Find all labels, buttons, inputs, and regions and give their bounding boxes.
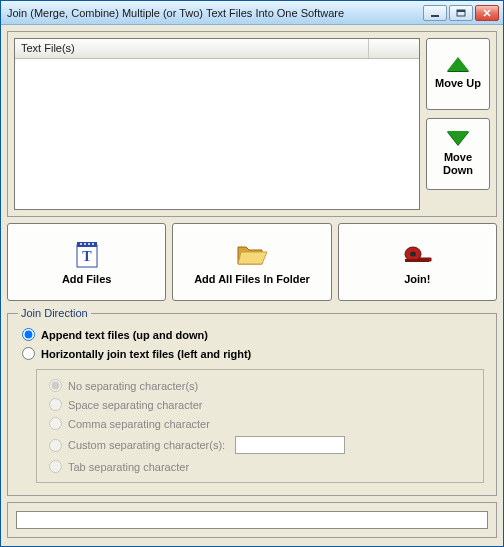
option-append-radio[interactable] <box>22 328 35 341</box>
titlebar[interactable]: Join (Merge, Combine) Multiple (or Two) … <box>1 1 503 25</box>
sep-tab-label: Tab separating character <box>68 461 189 473</box>
minimize-button[interactable] <box>423 5 447 21</box>
svg-rect-2 <box>457 10 465 12</box>
app-window: Join (Merge, Combine) Multiple (or Two) … <box>0 0 504 547</box>
option-horizontal-label: Horizontally join text files (left and r… <box>41 348 251 360</box>
join-button[interactable]: Join! <box>338 223 497 301</box>
sep-space[interactable]: Space separating character <box>45 395 475 414</box>
sep-custom-input[interactable] <box>235 436 345 454</box>
add-files-label: Add Files <box>62 273 112 286</box>
svg-point-7 <box>80 243 82 245</box>
sep-none-label: No separating character(s) <box>68 380 198 392</box>
join-direction-group: Join Direction Append text files (up and… <box>7 307 497 496</box>
notepad-icon: T <box>73 238 101 270</box>
sep-custom-label: Custom separating character(s): <box>68 439 225 451</box>
option-append[interactable]: Append text files (up and down) <box>18 325 486 344</box>
close-button[interactable] <box>475 5 499 21</box>
move-up-label: Move Up <box>435 77 481 90</box>
svg-rect-0 <box>431 15 439 17</box>
add-folder-button[interactable]: Add All Files In Folder <box>172 223 331 301</box>
svg-text:T: T <box>82 249 92 264</box>
folder-open-icon <box>235 238 269 270</box>
arrow-up-icon <box>447 57 469 71</box>
add-files-button[interactable]: T Add Files <box>7 223 166 301</box>
svg-rect-6 <box>77 242 97 247</box>
join-label: Join! <box>404 273 430 286</box>
progress-panel <box>7 502 497 538</box>
window-controls <box>423 5 499 21</box>
sep-custom-radio[interactable] <box>49 439 62 452</box>
file-list[interactable]: Text File(s) <box>14 38 420 210</box>
move-down-button[interactable]: Move Down <box>426 118 490 190</box>
add-folder-label: Add All Files In Folder <box>194 273 310 286</box>
svg-point-8 <box>84 243 86 245</box>
svg-point-13 <box>410 251 416 256</box>
sep-tab-radio[interactable] <box>49 460 62 473</box>
progress-bar <box>16 511 488 529</box>
move-up-button[interactable]: Move Up <box>426 38 490 110</box>
arrow-down-icon <box>447 131 469 145</box>
move-down-label: Move Down <box>429 151 487 177</box>
sep-space-label: Space separating character <box>68 399 203 411</box>
sep-comma-radio[interactable] <box>49 417 62 430</box>
sep-none-radio[interactable] <box>49 379 62 392</box>
sep-none[interactable]: No separating character(s) <box>45 376 475 395</box>
sep-comma[interactable]: Comma separating character <box>45 414 475 433</box>
option-append-label: Append text files (up and down) <box>41 329 208 341</box>
file-list-col-stub[interactable] <box>369 39 419 58</box>
svg-point-10 <box>92 243 94 245</box>
file-panel: Text File(s) Move Up Move Down <box>7 31 497 217</box>
file-list-body[interactable] <box>15 59 419 209</box>
maximize-button[interactable] <box>449 5 473 21</box>
window-title: Join (Merge, Combine) Multiple (or Two) … <box>5 7 423 19</box>
separator-group: No separating character(s) Space separat… <box>36 369 484 483</box>
svg-point-9 <box>88 243 90 245</box>
option-horizontal[interactable]: Horizontally join text files (left and r… <box>18 344 486 363</box>
sep-tab[interactable]: Tab separating character <box>45 457 475 476</box>
file-list-header[interactable]: Text File(s) <box>15 39 419 59</box>
client-area: Text File(s) Move Up Move Down <box>1 25 503 546</box>
sep-custom[interactable]: Custom separating character(s): <box>45 433 475 457</box>
sep-space-radio[interactable] <box>49 398 62 411</box>
join-direction-legend: Join Direction <box>18 307 91 319</box>
option-horizontal-radio[interactable] <box>22 347 35 360</box>
sep-comma-label: Comma separating character <box>68 418 210 430</box>
file-list-col-main[interactable]: Text File(s) <box>15 39 369 58</box>
tape-dispenser-icon <box>399 238 435 270</box>
